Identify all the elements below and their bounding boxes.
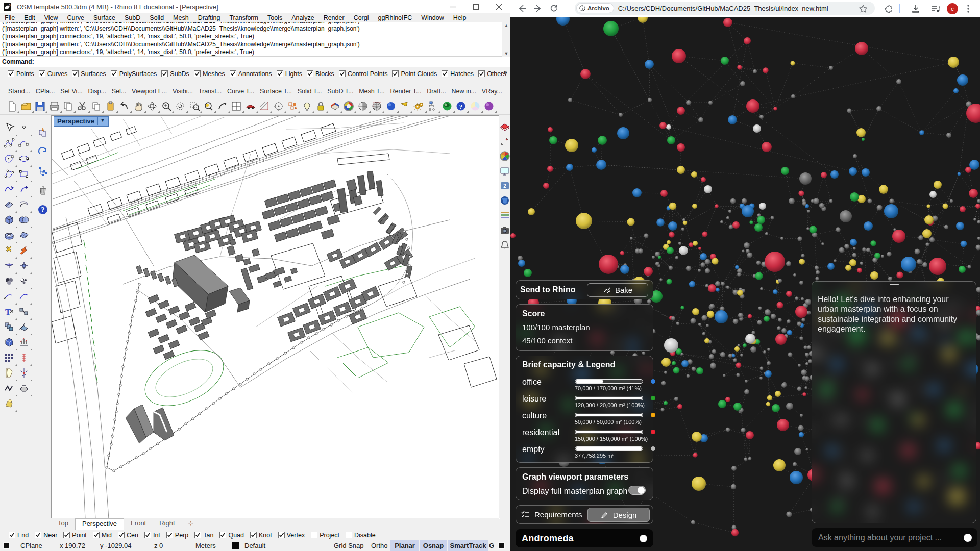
svg-text:2: 2 [503,183,506,189]
svg-text:T: T [5,307,11,317]
svg-text:?: ? [459,102,463,110]
svg-text:?: ? [41,206,45,214]
